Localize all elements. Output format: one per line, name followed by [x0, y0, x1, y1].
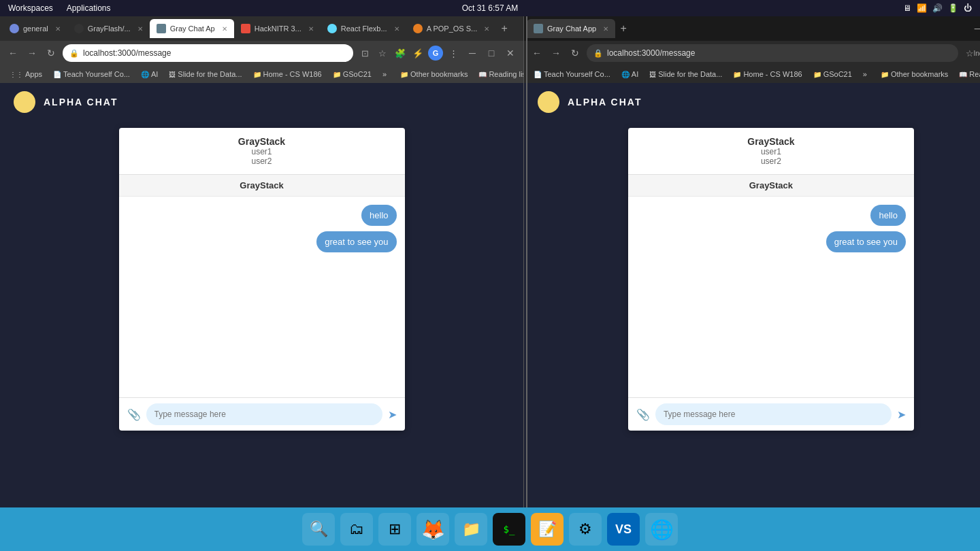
- bookmark-slide[interactable]: 🖼 Slide for the Data...: [165, 69, 246, 80]
- tab-popos-close[interactable]: ✕: [484, 25, 489, 33]
- back-button[interactable]: ←: [5, 46, 20, 61]
- bookmark-more[interactable]: »: [378, 69, 391, 80]
- tab-react-close[interactable]: ✕: [394, 25, 399, 33]
- right-bookmark-more[interactable]: »: [859, 69, 871, 80]
- tab-general-close[interactable]: ✕: [55, 25, 61, 33]
- bookmark-star-icon[interactable]: ☆: [375, 46, 390, 61]
- taskbar-files[interactable]: 🗂: [340, 513, 373, 546]
- performance-icon[interactable]: ⚡: [410, 46, 425, 61]
- left-chat-room-header: GrayStack: [119, 175, 405, 197]
- forward-button[interactable]: →: [24, 46, 39, 61]
- bookmark-gsoc[interactable]: 📁 GSoC21: [329, 69, 376, 80]
- right-tab-graychat-label: Gray Chat App: [547, 24, 596, 33]
- bookmark-ai-label: AI: [151, 70, 158, 78]
- right-bookmark-other-label: Other bookmarks: [891, 70, 948, 78]
- left-nav-bar: ← → ↻ 🔒 localhost:3000/message ⊡ ☆ 🧩 ⚡ G…: [0, 41, 523, 65]
- apps-icon: ⋮⋮: [10, 71, 23, 78]
- tab-hacknitr-close[interactable]: ✕: [308, 25, 314, 33]
- close-button[interactable]: ✕: [503, 46, 518, 61]
- bookmark-gsoc-label: GSoC21: [343, 70, 372, 78]
- minimize-button[interactable]: ─: [465, 46, 480, 61]
- tab-graychat-label: Gray Chat Ap: [170, 24, 215, 33]
- profile-icon[interactable]: G: [428, 46, 443, 61]
- right-bookmark-teach-label: Teach Yourself Co...: [544, 70, 610, 78]
- right-teach-icon: 📄: [534, 71, 542, 78]
- left-user2: user2: [130, 156, 394, 166]
- taskbar-grid[interactable]: ⊞: [378, 513, 411, 546]
- taskbar-folder[interactable]: 📁: [455, 513, 487, 546]
- right-reload-button[interactable]: ↻: [568, 46, 583, 61]
- taskbar-search[interactable]: 🔍: [302, 513, 335, 546]
- bookmark-ai[interactable]: 🌐 AI: [137, 69, 162, 80]
- right-home-cs-icon: 📁: [733, 71, 741, 78]
- tab-popos-label: A POP_OS S...: [427, 24, 478, 33]
- right-other-icon: 📁: [881, 71, 889, 78]
- taskbar-notes[interactable]: 📝: [531, 513, 564, 546]
- right-group-name: GrayStack: [639, 136, 903, 147]
- bookmark-other[interactable]: 📁 Other bookmarks: [396, 69, 472, 80]
- left-avatar: [14, 91, 35, 113]
- right-bookmark-teach[interactable]: 📄 Teach Yourself Co...: [529, 69, 615, 80]
- maximize-button[interactable]: □: [484, 46, 499, 61]
- right-lock-icon: 🔒: [593, 49, 603, 58]
- taskbar-chrome[interactable]: 🌐: [645, 513, 678, 546]
- address-bar[interactable]: 🔒 localhost:3000/message: [63, 44, 353, 62]
- tab-general[interactable]: general ✕: [3, 19, 67, 38]
- left-user1: user1: [130, 147, 394, 156]
- right-bookmark-reading[interactable]: 📖 Reading list: [955, 69, 980, 80]
- bookmark-apps[interactable]: ⋮⋮ Apps: [5, 69, 46, 80]
- right-send-icon[interactable]: ➤: [897, 408, 906, 421]
- bookmark-home-cs-label: Home - CS W186: [263, 70, 322, 78]
- right-bookmark-gsoc[interactable]: 📁 GSoC21: [809, 69, 856, 80]
- right-attach-icon[interactable]: 📎: [636, 408, 650, 421]
- workspaces-label[interactable]: Workspaces: [8, 3, 53, 13]
- right-new-tab-button[interactable]: +: [615, 20, 632, 37]
- right-back-button[interactable]: ←: [529, 46, 544, 61]
- wifi-icon: 📶: [917, 3, 927, 13]
- right-app-title: ALPHA CHAT: [568, 97, 642, 107]
- taskbar-settings[interactable]: ⚙: [569, 513, 602, 546]
- applications-label[interactable]: Applications: [67, 3, 111, 13]
- right-bookmark-slide[interactable]: 🖼 Slide for the Data...: [645, 69, 726, 80]
- taskbar-terminal[interactable]: $_: [493, 513, 525, 546]
- right-tab-graychat-close[interactable]: ✕: [603, 25, 608, 33]
- volume-icon: 🔊: [932, 3, 943, 13]
- right-bookmark-ai-label: AI: [632, 70, 638, 78]
- bookmark-teach-label: Teach Yourself Co...: [63, 70, 130, 78]
- tab-react[interactable]: React Flexb... ✕: [321, 19, 406, 38]
- nav-icons: ⊡ ☆ 🧩 ⚡ G ⋮: [357, 46, 461, 61]
- menu-icon[interactable]: ⋮: [446, 46, 461, 61]
- left-send-icon[interactable]: ➤: [388, 408, 397, 421]
- bookmark-home-cs[interactable]: 📁 Home - CS W186: [249, 69, 326, 80]
- left-message-input[interactable]: [146, 403, 382, 425]
- left-attach-icon[interactable]: 📎: [127, 408, 141, 421]
- right-tab-graychat[interactable]: Gray Chat App ✕: [527, 19, 615, 38]
- tab-hacknitr[interactable]: HackNITR 3... ✕: [234, 19, 321, 38]
- tab-grayflash[interactable]: GrayFlash/... ✕: [67, 19, 150, 38]
- reload-button[interactable]: ↻: [44, 46, 59, 61]
- right-forward-button[interactable]: →: [549, 46, 564, 61]
- taskbar-firefox[interactable]: 🦊: [416, 513, 449, 546]
- cast-icon[interactable]: ⊡: [357, 46, 372, 61]
- tab-graychat-close[interactable]: ✕: [222, 25, 227, 33]
- right-bookmark-other[interactable]: 📁 Other bookmarks: [877, 69, 952, 80]
- bookmark-reading[interactable]: 📖 Reading list: [474, 69, 523, 80]
- taskbar-vscode[interactable]: VS: [607, 513, 640, 546]
- right-user2: user2: [639, 156, 903, 166]
- extensions-icon[interactable]: 🧩: [393, 46, 408, 61]
- right-address-bar[interactable]: 🔒 localhost:3000/message: [587, 44, 958, 62]
- tab-popos[interactable]: A POP_OS S... ✕: [406, 19, 497, 38]
- left-browser-chrome: general ✕ GrayFlash/... ✕ Gray Chat Ap ✕…: [0, 16, 523, 83]
- right-minimize-button[interactable]: ─: [970, 21, 980, 36]
- tab-grayflash-close[interactable]: ✕: [137, 25, 143, 33]
- right-bookmark-home-cs[interactable]: 📁 Home - CS W186: [729, 69, 806, 80]
- more-label: »: [382, 70, 387, 78]
- tab-general-label: general: [23, 24, 48, 33]
- bookmark-teach[interactable]: 📄 Teach Yourself Co...: [49, 69, 134, 80]
- new-tab-button[interactable]: +: [496, 20, 512, 37]
- right-bookmark-ai[interactable]: 🌐 AI: [617, 69, 642, 80]
- right-message-input[interactable]: [655, 403, 892, 425]
- tab-graychat[interactable]: Gray Chat Ap ✕: [150, 19, 234, 38]
- bookmark-slide-label: Slide for the Data...: [178, 70, 242, 78]
- power-icon[interactable]: ⏻: [964, 3, 972, 13]
